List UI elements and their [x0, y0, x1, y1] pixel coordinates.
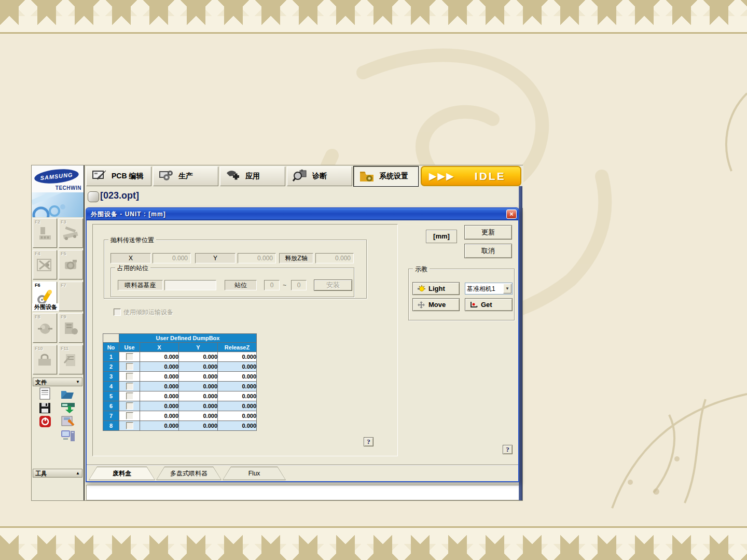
use-checkbox[interactable]	[126, 383, 133, 390]
diagnosis-magnifier-icon	[293, 169, 308, 184]
file-chip-icon[interactable]	[88, 191, 99, 202]
table-corner-cell	[103, 334, 119, 343]
new-file-button[interactable]	[38, 387, 54, 401]
open-file-label: [023.opt]	[100, 190, 139, 201]
open-file-button[interactable]	[60, 388, 76, 402]
fkey-F2-button[interactable]: F2	[33, 218, 57, 248]
camera-select[interactable]: 基准相机1 ▼	[465, 283, 513, 295]
use-checkbox[interactable]	[126, 373, 133, 380]
fkey-F4-button[interactable]: F4	[33, 250, 57, 279]
fkey-F6-button-peripheral[interactable]: F6 外围设备	[33, 282, 57, 311]
dump-conveyor-group-title: 抛料传送带位置	[108, 236, 156, 245]
tools-section-label: 工具	[35, 470, 47, 477]
save-file-button[interactable]	[38, 402, 54, 415]
checklist-icon	[62, 353, 80, 368]
unit-mm-box: [mm]	[426, 230, 457, 243]
col-releasez: ReleaseZ	[218, 343, 257, 352]
light-button[interactable]: Light	[412, 282, 460, 295]
y-axis-label: Y	[195, 253, 236, 263]
update-button[interactable]: 更新	[464, 225, 512, 240]
chevron-down-icon[interactable]: ▼	[503, 284, 511, 293]
station-to-field[interactable]: 0	[291, 280, 307, 290]
install-button[interactable]: 安装	[314, 279, 352, 291]
tilt-transport-checkbox[interactable]	[114, 309, 121, 316]
samsung-oval-logo: SAMSUNG	[34, 167, 79, 186]
decorative-border-bottom	[0, 526, 747, 560]
col-x: X	[140, 343, 179, 352]
help-button[interactable]: ?	[503, 445, 513, 454]
col-no: No	[103, 343, 119, 352]
table-row: 80.0000.0000.000	[103, 421, 257, 431]
export-save-button[interactable]	[60, 415, 76, 428]
cancel-button[interactable]: 取消	[464, 244, 512, 258]
fkey-F11-button[interactable]: F11	[59, 345, 83, 374]
use-checkbox[interactable]	[126, 353, 133, 360]
release-z-value-field[interactable]: 0.000	[315, 253, 354, 263]
table-row: 30.0000.0000.000	[103, 372, 257, 382]
system-settings-icon	[359, 169, 375, 184]
use-checkbox[interactable]	[126, 412, 133, 419]
computer-icon	[60, 429, 76, 443]
samsung-logo: SAMSUNG TECHWIN	[32, 165, 84, 217]
light-bulb-icon	[417, 285, 425, 292]
dialog-tabbar: 废料盒 多盘式喂料器 Flux	[87, 465, 518, 482]
tab-application[interactable]: 应用	[220, 166, 285, 186]
import-button[interactable]	[60, 401, 76, 415]
fkey-F10-button[interactable]: F10	[33, 345, 57, 374]
tools-section-header[interactable]: 工具 ▲	[33, 469, 82, 478]
table-row: 70.0000.0000.000	[103, 411, 257, 421]
help-button[interactable]: ?	[364, 437, 374, 446]
use-checkbox[interactable]	[126, 393, 133, 400]
use-checkbox[interactable]	[126, 402, 133, 410]
decorative-border-top	[0, 0, 747, 34]
x-value-field[interactable]: 0.000	[153, 253, 191, 263]
tab-production[interactable]: 生产	[153, 166, 218, 186]
move-button[interactable]: Move	[412, 298, 460, 311]
peripheral-device-dialog: 外围设备 - UNIT : [mm] × 抛料传送带位置 X 0.000 Y 0…	[86, 207, 519, 482]
use-checkbox[interactable]	[126, 422, 133, 429]
station-from-field[interactable]: 0	[264, 280, 280, 290]
table-header-row: No Use X Y ReleaseZ	[103, 343, 257, 352]
get-button[interactable]: Get	[465, 298, 513, 311]
use-checkbox[interactable]	[126, 363, 133, 370]
y-value-field[interactable]: 0.000	[238, 253, 276, 263]
release-z-label: 释放Z轴	[279, 253, 313, 263]
toolbox-icon	[36, 353, 54, 368]
tab-diagnosis[interactable]: 诊断	[287, 166, 352, 186]
tab-dumpbox[interactable]: 废料盒	[89, 467, 155, 480]
feeder-base-label: 喂料器基座	[118, 280, 163, 290]
dialog-titlebar[interactable]: 外围设备 - UNIT : [mm] ×	[87, 208, 518, 220]
tab-flux[interactable]: Flux	[223, 467, 286, 480]
fkey-F3-button[interactable]: F3	[59, 218, 83, 248]
conveyor-icon	[62, 226, 80, 242]
file-section-header[interactable]: 文件 ▼	[33, 377, 82, 386]
power-icon	[38, 415, 52, 428]
close-button[interactable]: ×	[506, 209, 517, 219]
tab-tray-feeder[interactable]: 多盘式喂料器	[156, 467, 222, 480]
expand-arrow-icon: ▲	[76, 470, 80, 477]
production-gears-icon	[159, 169, 174, 184]
occupied-station-group-title: 占用的站位	[115, 264, 150, 273]
settings-panel-icon	[62, 321, 80, 337]
new-document-icon	[38, 387, 52, 400]
collapse-arrow-icon: ▼	[76, 379, 80, 386]
col-y: Y	[179, 343, 218, 352]
table-row: 20.0000.0000.000	[103, 362, 257, 372]
save-floppy-icon	[38, 402, 52, 414]
x-axis-label: X	[110, 253, 151, 263]
fkey-F8-button[interactable]: F8	[33, 313, 57, 343]
tab-system-settings[interactable]: 系统设置	[354, 166, 418, 186]
tab-pcb-edit[interactable]: PCB 编辑	[86, 166, 151, 186]
power-off-button[interactable]	[38, 415, 54, 429]
open-folder-icon	[60, 388, 76, 401]
table-group-header: User Defined DumpBox	[119, 334, 257, 343]
feeder-base-field[interactable]	[164, 280, 216, 290]
file-bar: [023.opt]	[85, 187, 523, 208]
computer-button[interactable]	[60, 429, 76, 442]
fkey-F7-button[interactable]: F7	[59, 282, 83, 311]
fkey-F9-button[interactable]: F9	[59, 313, 83, 343]
move-arrows-icon	[417, 301, 425, 309]
station-label: 站位	[225, 280, 257, 290]
status-arrows-icon: ▶▶▶	[429, 170, 455, 182]
fkey-F5-button[interactable]: F5	[59, 250, 83, 279]
